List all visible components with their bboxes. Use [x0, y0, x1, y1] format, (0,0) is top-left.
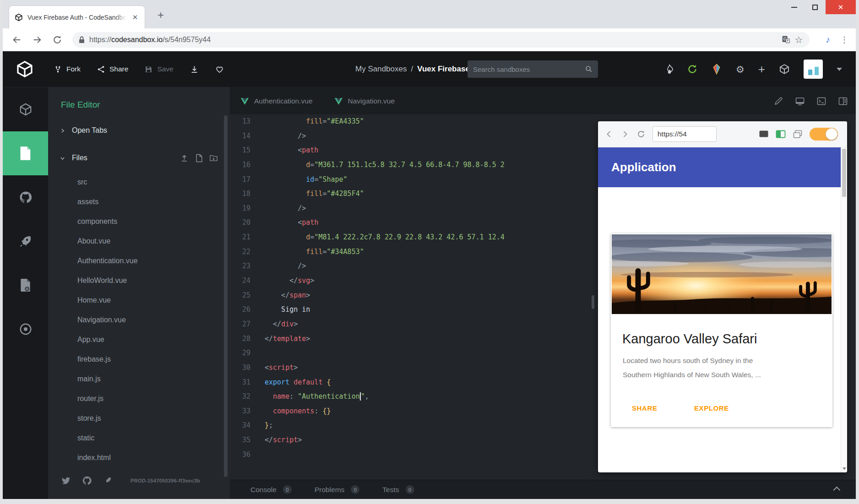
forward-icon[interactable]	[32, 35, 42, 45]
file-tree-item[interactable]: JS components	[48, 211, 230, 231]
open-tabs-section[interactable]: Open Tabs	[48, 122, 230, 139]
live-toggle[interactable]	[810, 128, 838, 141]
build-id: PROD-1547050396-ff3eec3b	[130, 478, 200, 483]
chevron-up-icon[interactable]	[833, 487, 841, 494]
file-tree-item[interactable]: JS assets	[48, 192, 230, 211]
user-menu-caret-icon[interactable]	[837, 68, 842, 71]
bookmark-star-icon[interactable]: ☆	[795, 35, 803, 44]
twitter-icon[interactable]	[61, 476, 71, 486]
open-preview-icon[interactable]	[795, 97, 805, 106]
github-footer-icon[interactable]	[82, 476, 92, 486]
rail-item-live[interactable]	[3, 307, 48, 351]
sidebar-scrollbar[interactable]	[224, 115, 228, 477]
browser-tab[interactable]: Vuex Firebase Auth - CodeSandbox ✕	[9, 5, 145, 28]
file-name: Home.vue	[77, 296, 111, 304]
editor-tab[interactable]: Authentication.vue	[230, 88, 324, 114]
preview-refresh-icon[interactable]	[636, 130, 646, 139]
reload-icon[interactable]	[52, 35, 62, 45]
window-close-button[interactable]: ✕	[826, 0, 856, 14]
window-maximize-button[interactable]	[805, 0, 826, 14]
rail-item-deployment[interactable]	[3, 219, 48, 263]
browser-addressbar: https://codesandbox.io/s/54n9575y44 G ☆ …	[3, 28, 856, 51]
rocket-icon	[19, 234, 33, 248]
file-name: main.js	[77, 375, 101, 383]
spectrum-icon[interactable]	[103, 476, 113, 486]
tab-close-icon[interactable]: ✕	[131, 13, 139, 22]
gem-plugin-icon[interactable]	[711, 64, 722, 75]
line-number: 24	[230, 274, 250, 288]
preview-scrollbar[interactable]	[841, 147, 847, 472]
preview-forward-icon[interactable]	[620, 130, 630, 139]
file-name: components	[77, 217, 117, 226]
file-tree-item[interactable]: JS App.vue	[48, 330, 230, 349]
rail-item-config[interactable]: ⚙	[3, 263, 48, 307]
back-icon[interactable]	[12, 35, 22, 45]
file-tree-item[interactable]: JS firebase.js	[48, 349, 230, 369]
new-folder-icon[interactable]	[209, 154, 218, 163]
terminal-icon[interactable]	[817, 97, 826, 106]
rail-item-file-editor[interactable]	[3, 131, 48, 175]
preview-url-field[interactable]: https://54	[652, 126, 717, 142]
file-name: assets	[77, 198, 98, 206]
file-type-icon: JS	[60, 335, 71, 344]
tab-title: Vuex Firebase Auth - CodeSandbox	[27, 13, 126, 22]
settings-gear-icon[interactable]: ⚙	[736, 65, 745, 74]
like-heart-icon[interactable]	[215, 65, 224, 74]
preview-back-icon[interactable]	[604, 130, 614, 139]
new-sandbox-plus-icon[interactable]: +	[758, 63, 765, 75]
new-tab-button[interactable]: +	[154, 8, 168, 22]
editor-scrollbar-thumb[interactable]	[592, 295, 594, 309]
console-tab[interactable]: Console 0	[250, 485, 292, 494]
fork-button[interactable]: Fork	[54, 65, 81, 73]
file-tree-item[interactable]: JS Home.vue	[48, 290, 230, 310]
preview-app-bar: Application	[598, 147, 847, 187]
safari-card: Kangaroo Valley Safari Located two hours…	[611, 233, 832, 427]
browser-menu-icon[interactable]: ⋮	[840, 36, 848, 44]
refresh-sandbox-icon[interactable]	[687, 64, 697, 74]
file-tree-item[interactable]: JS router.js	[48, 389, 230, 408]
rail-item-github[interactable]	[3, 175, 48, 219]
file-tree-item[interactable]: JS Authentication.vue	[48, 251, 230, 271]
download-icon[interactable]	[190, 65, 199, 74]
search-input[interactable]	[473, 65, 585, 73]
file-tree-item[interactable]: JS Navigation.vue	[48, 310, 230, 330]
file-tree-item[interactable]: JS store.js	[48, 408, 230, 428]
console-tab[interactable]: Tests 0	[382, 485, 414, 494]
console-tab[interactable]: Problems 0	[315, 485, 359, 494]
codesandbox-logo-icon[interactable]	[16, 60, 34, 78]
user-avatar[interactable]	[804, 60, 823, 79]
console-tab-label: Console	[250, 486, 277, 494]
split-view-icon[interactable]	[776, 130, 786, 138]
share-card-button[interactable]: SHARE	[632, 404, 658, 412]
url-bar[interactable]: https://codesandbox.io/s/54n9575y44 G ☆	[72, 32, 810, 48]
ide-header: Fork Share Save My Sandboxes / Vuex Fire…	[3, 51, 856, 87]
window-minimize-button[interactable]	[783, 0, 805, 14]
responsive-view-icon[interactable]	[759, 130, 769, 138]
rail-item-project[interactable]	[3, 87, 48, 131]
prettify-pencil-icon[interactable]	[774, 97, 783, 106]
file-tree-item[interactable]: JS HelloWorld.vue	[48, 271, 230, 290]
new-file-icon[interactable]	[195, 154, 203, 163]
file-tree-item[interactable]: JS About.vue	[48, 231, 230, 251]
scroll-down-arrow-icon[interactable]	[843, 467, 846, 470]
new-window-icon[interactable]	[793, 130, 803, 138]
flame-icon[interactable]	[665, 64, 674, 74]
file-tree-item[interactable]: JS static	[48, 428, 230, 448]
file-tree-item[interactable]: JS main.js	[48, 369, 230, 389]
sandbox-cube-icon[interactable]	[779, 64, 790, 75]
file-tree-item[interactable]: JS src	[48, 172, 230, 192]
share-button[interactable]: Share	[97, 65, 128, 73]
editor-tabs-bar: Authentication.vue Navigation.vue	[230, 87, 856, 114]
editor-tab[interactable]: Navigation.vue	[324, 88, 406, 114]
explore-card-button[interactable]: EXPLORE	[694, 404, 729, 412]
file-name: About.vue	[77, 237, 110, 245]
upload-icon[interactable]	[180, 154, 189, 163]
open-tabs-label: Open Tabs	[72, 126, 107, 135]
breadcrumb-my-sandboxes[interactable]: My Sandboxes	[355, 65, 407, 74]
layout-editor-icon[interactable]	[838, 97, 848, 106]
files-section[interactable]: Files	[48, 150, 230, 166]
preview-scrollbar-thumb[interactable]	[842, 149, 846, 197]
extension-music-icon[interactable]: ♪	[826, 35, 831, 44]
save-button[interactable]: Save	[145, 65, 173, 73]
google-translate-icon[interactable]: G	[782, 35, 790, 44]
